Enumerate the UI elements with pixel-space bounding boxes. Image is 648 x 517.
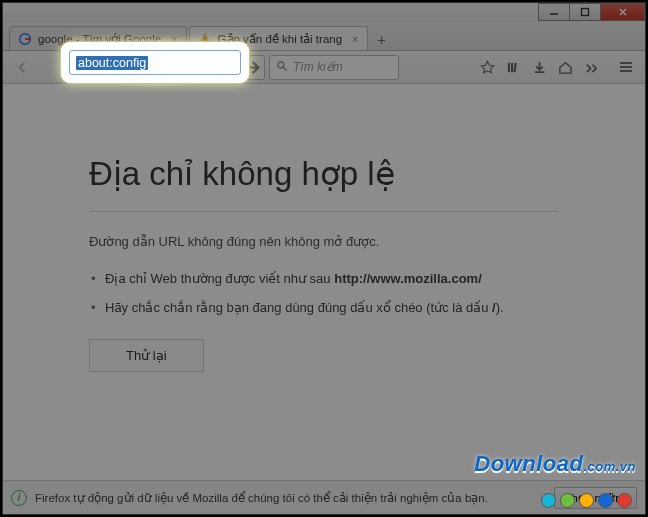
divider xyxy=(89,211,559,212)
watermark: Download.com.vn xyxy=(474,451,636,477)
color-dot xyxy=(598,493,613,508)
svg-rect-10 xyxy=(511,62,513,71)
new-tab-button[interactable]: + xyxy=(370,30,394,50)
window-maximize-button[interactable] xyxy=(569,3,601,21)
error-bullet-2: Hãy chắc chắn rằng bạn đang dùng đúng dấ… xyxy=(89,300,559,315)
error-lead: Đường dẫn URL không đúng nên không mở đư… xyxy=(89,234,559,249)
svg-rect-11 xyxy=(513,62,516,72)
home-icon[interactable] xyxy=(558,60,573,75)
bookmark-star-icon[interactable] xyxy=(480,60,495,75)
info-message: Firefox tự động gửi dữ liệu về Mozilla đ… xyxy=(35,491,546,505)
search-input[interactable]: Tìm kiếm xyxy=(269,55,399,80)
color-dot xyxy=(617,493,632,508)
svg-rect-1 xyxy=(582,9,589,16)
search-placeholder: Tìm kiếm xyxy=(293,60,343,74)
tab-close-icon[interactable]: × xyxy=(352,33,358,45)
back-button[interactable] xyxy=(9,54,35,80)
download-icon[interactable] xyxy=(532,60,547,75)
hamburger-menu-button[interactable] xyxy=(613,54,639,80)
info-icon: i xyxy=(11,490,27,506)
color-dots xyxy=(541,493,632,508)
address-bar[interactable]: about:config xyxy=(69,50,241,75)
window-close-button[interactable] xyxy=(600,3,645,21)
svg-line-8 xyxy=(284,67,287,70)
svg-rect-9 xyxy=(508,62,510,71)
window-minimize-button[interactable] xyxy=(538,3,570,21)
page-content: Địa chỉ không hợp lệ Đường dẫn URL không… xyxy=(3,84,645,514)
error-bullet-1: Địa chỉ Web thường được viết như sau htt… xyxy=(89,271,559,286)
window-titlebar xyxy=(3,3,645,23)
color-dot xyxy=(579,493,594,508)
svg-point-7 xyxy=(278,61,284,67)
page-title: Địa chỉ không hợp lệ xyxy=(89,154,559,193)
retry-button[interactable]: Thử lại xyxy=(89,339,204,372)
google-favicon-icon xyxy=(18,32,32,46)
library-icon[interactable] xyxy=(506,60,521,75)
color-dot xyxy=(541,493,556,508)
search-icon xyxy=(276,60,288,75)
overflow-icon[interactable] xyxy=(584,60,599,75)
address-bar-text: about:config xyxy=(76,56,148,70)
color-dot xyxy=(560,493,575,508)
